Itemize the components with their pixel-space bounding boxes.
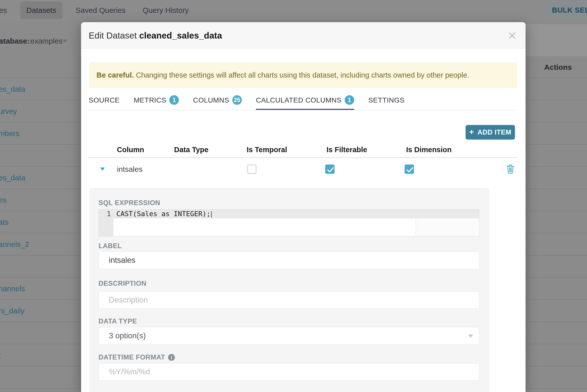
trash-icon[interactable] [506, 164, 514, 174]
column-name: intsales [117, 158, 143, 181]
label-input[interactable]: intsales [99, 251, 479, 269]
calculated-column-row: intsales [81, 158, 526, 181]
close-icon[interactable] [507, 31, 517, 40]
tab-settings[interactable]: SETTINGS [368, 95, 405, 110]
sql-expression-label: SQL EXPRESSION [99, 199, 160, 207]
tab-source-label: SOURCE [89, 95, 120, 105]
tabs-divider [89, 110, 518, 110]
warning-banner: Be careful. Changing these settings will… [89, 62, 517, 88]
sql-code-text: CAST(Sales as INTEGER); [116, 210, 211, 218]
th-data-type: Data Type [174, 142, 208, 157]
datetime-format-field-label: DATETIME FORMAT i [99, 353, 175, 361]
add-item-button[interactable]: + ADD ITEM [466, 125, 515, 140]
modal-title-prefix: Edit Dataset [89, 30, 139, 40]
tab-calculated-columns-badge: 1 [345, 95, 354, 105]
tab-calculated-columns[interactable]: CALCULATED COLUMNS 1 [256, 95, 354, 110]
editor-line-number: 1 [99, 210, 111, 218]
th-is-dimension: Is Dimension [406, 142, 452, 157]
datetime-format-label-text: DATETIME FORMAT [99, 353, 165, 361]
tab-columns-label: COLUMNS [193, 95, 229, 105]
plus-icon: + [469, 128, 474, 136]
editor-code-line: CAST(Sales as INTEGER); [116, 210, 212, 218]
tab-metrics-badge: 1 [169, 95, 179, 105]
collapse-caret-icon[interactable] [100, 168, 105, 171]
label-field-label: LABEL [99, 242, 122, 250]
warning-banner-text: Be careful. Changing these settings will… [96, 62, 469, 88]
screen: es Datasets Saved Queries Query History … [0, 0, 587, 392]
tab-calculated-columns-label: CALCULATED COLUMNS [256, 95, 342, 105]
data-type-value: 3 option(s) [109, 331, 146, 340]
tab-source[interactable]: SOURCE [89, 95, 120, 110]
select-caret-icon [468, 335, 473, 338]
data-type-field-label: DATA TYPE [99, 317, 137, 325]
column-edit-panel: SQL EXPRESSION 1 CAST(Sales as INTEGER);… [89, 188, 489, 392]
th-column: Column [117, 142, 144, 157]
modal-header: Edit Dataset cleaned_sales_data [81, 22, 526, 49]
tab-columns[interactable]: COLUMNS 25 [193, 95, 242, 110]
info-icon[interactable]: i [168, 354, 175, 361]
th-is-temporal: Is Temporal [247, 142, 287, 157]
tab-columns-badge: 25 [232, 95, 242, 105]
modal-title: Edit Dataset cleaned_sales_data [89, 22, 222, 49]
th-is-filterable: Is Filterable [327, 142, 367, 157]
tab-metrics-label: METRICS [134, 95, 167, 105]
tab-metrics[interactable]: METRICS 1 [134, 95, 179, 110]
is-temporal-checkbox[interactable] [247, 165, 256, 174]
warning-banner-body: Changing these settings will affect all … [134, 71, 469, 79]
columns-table-header: Column Data Type Is Temporal Is Filterab… [81, 142, 526, 157]
modal-title-dataset-name: cleaned_sales_data [139, 30, 222, 40]
description-input[interactable]: Description [99, 291, 479, 309]
editor-print-margin [416, 218, 479, 236]
warning-banner-bold: Be careful. [96, 71, 134, 79]
data-type-select[interactable]: 3 option(s) [99, 327, 479, 345]
text-cursor [211, 211, 212, 218]
edit-dataset-modal: Edit Dataset cleaned_sales_data Be caref… [81, 22, 526, 392]
sql-expression-editor[interactable]: 1 CAST(Sales as INTEGER); [99, 209, 479, 237]
add-item-label: ADD ITEM [477, 128, 511, 136]
is-filterable-checkbox[interactable] [325, 165, 335, 174]
description-field-label: DESCRIPTION [99, 280, 146, 287]
modal-tabs: SOURCE METRICS 1 COLUMNS 25 CALCULATED C… [89, 95, 405, 110]
datetime-format-input[interactable]: %Y/%m/%d [99, 363, 479, 381]
tab-settings-label: SETTINGS [368, 95, 405, 105]
is-dimension-checkbox[interactable] [405, 165, 414, 174]
